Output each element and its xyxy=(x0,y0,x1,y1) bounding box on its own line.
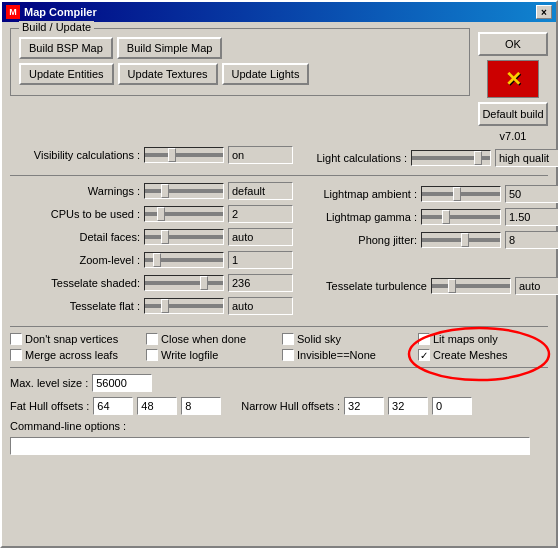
build-group-label: Build / Update xyxy=(19,21,94,33)
fat-hull-1-input[interactable] xyxy=(93,397,133,415)
tesselate-turb-value: auto xyxy=(515,277,558,295)
version-label: v7.01 xyxy=(500,130,527,142)
lightmap-ambient-slider[interactable] xyxy=(421,186,501,202)
tesselate-shaded-slider[interactable] xyxy=(144,275,224,291)
detail-label: Detail faces: xyxy=(10,231,140,243)
narrow-hull-label: Narrow Hull offsets : xyxy=(241,400,340,412)
cpus-slider[interactable] xyxy=(144,206,224,222)
zoom-value: 1 xyxy=(228,251,293,269)
lightmap-gamma-slider[interactable] xyxy=(421,209,501,225)
narrow-hull-2-input[interactable] xyxy=(388,397,428,415)
update-textures-button[interactable]: Update Textures xyxy=(118,63,218,85)
solid-sky-checkbox[interactable]: Solid sky xyxy=(282,333,402,345)
window-title: Map Compiler xyxy=(24,6,97,18)
lightmap-ambient-value: 50 xyxy=(505,185,558,203)
lightmap-gamma-label: Lightmap gamma : xyxy=(297,211,417,223)
cpus-value: 2 xyxy=(228,205,293,223)
visibility-slider[interactable] xyxy=(144,147,224,163)
tesselate-turb-label: Tesselate turbulence xyxy=(297,280,427,292)
title-bar: M Map Compiler × xyxy=(2,2,556,22)
build-update-group: Build / Update Build BSP Map Build Simpl… xyxy=(10,28,470,96)
tesselate-flat-label: Tesselate flat : xyxy=(10,300,140,312)
detail-slider[interactable] xyxy=(144,229,224,245)
close-button[interactable]: × xyxy=(536,5,552,19)
default-build-button[interactable]: Default build xyxy=(478,102,548,126)
invisible-none-checkbox[interactable]: Invisible==None xyxy=(282,349,402,361)
logo: ✕ xyxy=(487,60,539,98)
fat-hull-label: Fat Hull offsets : xyxy=(10,400,89,412)
write-logfile-checkbox[interactable]: Write logfile xyxy=(146,349,266,361)
app-icon: M xyxy=(6,5,20,19)
cmdline-label: Command-line options : xyxy=(10,420,126,432)
create-meshes-checkbox[interactable]: Create Meshes xyxy=(418,349,538,361)
phong-label: Phong jitter: xyxy=(297,234,417,246)
tesselate-flat-value: auto xyxy=(228,297,293,315)
tesselate-shaded-value: 236 xyxy=(228,274,293,292)
build-bsp-button[interactable]: Build BSP Map xyxy=(19,37,113,59)
lit-maps-checkbox[interactable]: Lit maps only xyxy=(418,333,538,345)
visibility-label: Visibility calculations : xyxy=(10,149,140,161)
main-window: M Map Compiler × Build / Update Build BS… xyxy=(0,0,558,548)
update-lights-button[interactable]: Update Lights xyxy=(222,63,310,85)
narrow-hull-1-input[interactable] xyxy=(344,397,384,415)
merge-leafs-checkbox[interactable]: Merge across leafs xyxy=(10,349,130,361)
cmdline-input[interactable] xyxy=(10,437,530,455)
ok-button[interactable]: OK xyxy=(478,32,548,56)
tesselate-flat-slider[interactable] xyxy=(144,298,224,314)
visibility-value: on xyxy=(228,146,293,164)
zoom-slider[interactable] xyxy=(144,252,224,268)
fat-hull-3-input[interactable] xyxy=(181,397,221,415)
cpus-label: CPUs to be used : xyxy=(10,208,140,220)
warnings-slider[interactable] xyxy=(144,183,224,199)
warnings-value: default xyxy=(228,182,293,200)
fat-hull-2-input[interactable] xyxy=(137,397,177,415)
lightmap-gamma-value: 1.50 xyxy=(505,208,558,226)
detail-value: auto xyxy=(228,228,293,246)
max-level-input[interactable] xyxy=(92,374,152,392)
light-slider[interactable] xyxy=(411,150,491,166)
narrow-hull-3-input[interactable] xyxy=(432,397,472,415)
tesselate-shaded-label: Tesselate shaded: xyxy=(10,277,140,289)
phong-slider[interactable] xyxy=(421,232,501,248)
light-value: high qualit xyxy=(495,149,558,167)
dont-snap-checkbox[interactable]: Don't snap vertices xyxy=(10,333,130,345)
build-simple-button[interactable]: Build Simple Map xyxy=(117,37,223,59)
warnings-label: Warnings : xyxy=(10,185,140,197)
lightmap-ambient-label: Lightmap ambient : xyxy=(297,188,417,200)
close-when-done-checkbox[interactable]: Close when done xyxy=(146,333,266,345)
light-label: Light calculations : xyxy=(297,152,407,164)
max-level-label: Max. level size : xyxy=(10,377,88,389)
zoom-label: Zoom-level : xyxy=(10,254,140,266)
tesselate-turb-slider[interactable] xyxy=(431,278,511,294)
update-entities-button[interactable]: Update Entities xyxy=(19,63,114,85)
phong-value: 8 xyxy=(505,231,558,249)
logo-icon: ✕ xyxy=(505,67,522,91)
